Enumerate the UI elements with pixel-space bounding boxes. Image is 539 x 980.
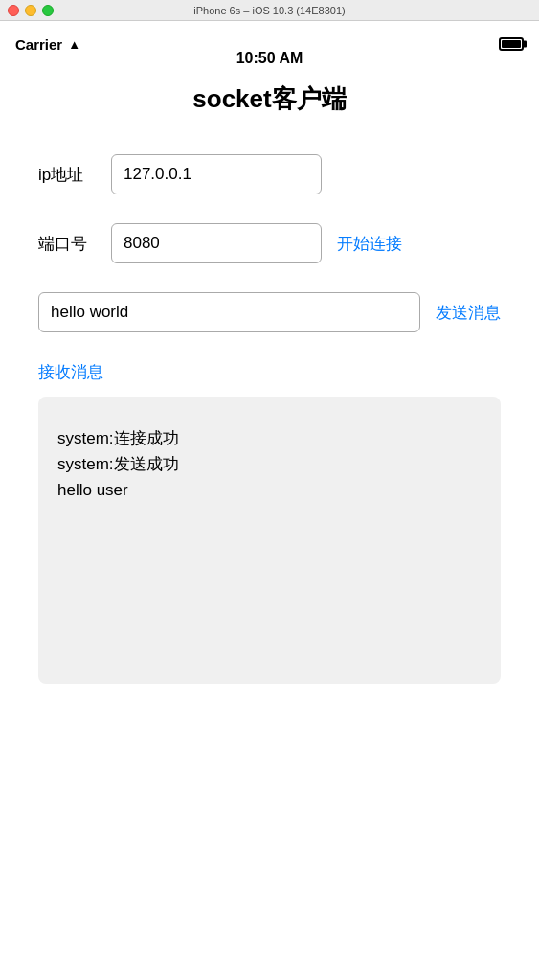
ip-row: ip地址 xyxy=(38,154,501,194)
message-input[interactable] xyxy=(38,292,420,332)
status-bar: Carrier ▲ 10:50 AM xyxy=(0,21,539,63)
log-line-3: hello user xyxy=(57,477,482,503)
status-time: 10:50 AM xyxy=(236,50,303,67)
connect-button[interactable]: 开始连接 xyxy=(337,233,402,255)
status-left: Carrier ▲ xyxy=(15,36,80,53)
ip-input[interactable] xyxy=(111,154,322,194)
page-title: socket客户端 xyxy=(38,82,501,116)
maximize-button[interactable] xyxy=(42,5,54,16)
port-input[interactable] xyxy=(111,223,322,263)
simulator-title: iPhone 6s – iOS 10.3 (14E8301) xyxy=(193,5,345,16)
page-content: socket客户端 ip地址 端口号 开始连接 发送消息 接收消息 system… xyxy=(0,63,539,703)
message-row: 发送消息 xyxy=(38,292,501,332)
title-bar: iPhone 6s – iOS 10.3 (14E8301) xyxy=(0,0,539,21)
minimize-button[interactable] xyxy=(25,5,36,16)
carrier-label: Carrier xyxy=(15,36,62,53)
message-log: system:连接成功 system:发送成功 hello user xyxy=(38,397,501,684)
wifi-icon: ▲ xyxy=(68,37,80,52)
log-line-1: system:连接成功 xyxy=(57,425,482,451)
close-button[interactable] xyxy=(8,5,19,16)
port-row: 端口号 开始连接 xyxy=(38,223,501,263)
phone-screen: Carrier ▲ 10:50 AM socket客户端 ip地址 端口号 开始… xyxy=(0,21,539,980)
received-label: 接收消息 xyxy=(38,361,501,383)
battery-icon xyxy=(499,37,524,51)
window-controls xyxy=(8,5,54,16)
status-right xyxy=(499,37,524,51)
log-line-2: system:发送成功 xyxy=(57,451,482,477)
battery-fill xyxy=(502,40,521,48)
port-label: 端口号 xyxy=(38,233,96,255)
ip-label: ip地址 xyxy=(38,164,96,186)
send-button[interactable]: 发送消息 xyxy=(436,302,501,324)
